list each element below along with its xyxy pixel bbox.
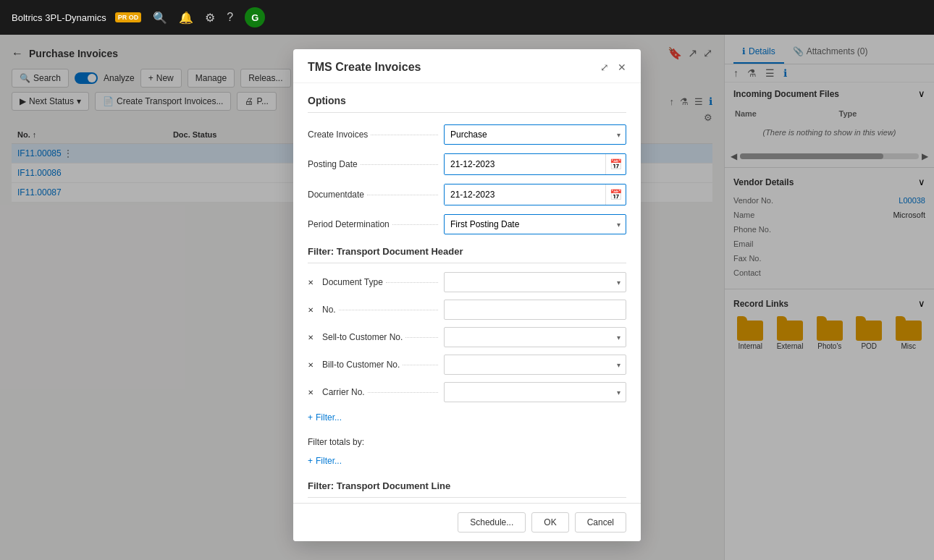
filter-bill-to-wrapper: ▾ [444,355,626,375]
period-det-label: Period Determination [308,219,390,229]
posting-date-wrapper: 📅 [444,153,626,175]
filter-bill-to-select[interactable] [444,355,626,375]
modal-title: TMS Create Invoices [308,61,421,74]
filter-totals-section: Filter totals by: + Filter... [308,437,626,469]
filter-sell-to-wrapper: ▾ [444,327,626,347]
document-date-label: Documentdate [308,190,364,200]
create-invoices-select[interactable]: Purchase Sales [444,124,626,145]
search-nav-icon[interactable]: 🔍 [153,11,167,25]
filter-carrier-row: ✕ Carrier No. ▾ [308,382,626,402]
plus-icon2: + [308,456,313,466]
filter-doc-type-wrapper: ▾ [444,272,626,292]
filter-line-section: Filter: Transport Document Line [308,480,626,498]
filter-carrier-select[interactable] [444,382,626,402]
filter-doc-type-row: ✕ Document Type ▾ [308,272,626,292]
calendar-icon2[interactable]: 📅 [605,184,626,205]
filter-bill-to-label: Bill-to Customer No. [322,360,400,370]
filter-sell-to-select[interactable] [444,327,626,347]
schedule-button[interactable]: Schedule... [458,512,526,533]
add-totals-filter-button[interactable]: + Filter... [308,453,342,469]
modal-header: TMS Create Invoices ⤢ ✕ [293,49,641,83]
posting-date-input[interactable] [445,154,605,174]
cancel-button[interactable]: Cancel [575,512,626,533]
nav-icons: PR OD 🔍 🔔 ⚙ ? G [115,7,265,27]
filter-header-title: Filter: Transport Document Header [308,246,626,263]
posting-date-label: Posting Date [308,159,358,169]
filter-doc-type-label: Document Type [322,277,383,287]
create-invoices-row: Create Invoices Purchase Sales ▾ [308,124,626,145]
settings-icon[interactable]: ⚙ [205,11,215,25]
modal-body: Options Create Invoices Purchase Sales ▾ [293,83,641,503]
ok-button[interactable]: OK [531,512,568,533]
document-date-input[interactable] [445,184,605,205]
document-date-wrapper: 📅 [444,184,626,205]
modal-footer: Schedule... OK Cancel [293,503,641,541]
filter-x-icon5[interactable]: ✕ [308,389,316,396]
document-date-row: Documentdate 📅 [308,184,626,205]
calendar-icon[interactable]: 📅 [605,154,626,174]
avatar[interactable]: G [245,7,265,27]
period-det-select-wrapper: First Posting Date Last Posting Date ▾ [444,214,626,234]
top-nav: Boltrics 3PL-Dynamics PR OD 🔍 🔔 ⚙ ? G [0,0,934,35]
filter-sell-to-label: Sell-to Customer No. [322,332,403,342]
bell-icon[interactable]: 🔔 [179,11,193,25]
filter-no-row: ✕ No. [308,300,626,320]
filter-no-label: No. [322,305,336,315]
filter-x-icon3[interactable]: ✕ [308,334,316,341]
filter-x-icon[interactable]: ✕ [308,279,316,287]
modal-close-button[interactable]: ✕ [618,61,626,73]
modal-expand-button[interactable]: ⤢ [600,61,609,73]
filter-doc-type-select[interactable] [444,272,626,292]
plus-icon: + [308,412,313,423]
help-icon[interactable]: ? [227,11,233,24]
filter-sell-to-row: ✕ Sell-to Customer No. ▾ [308,327,626,347]
period-det-select[interactable]: First Posting Date Last Posting Date [444,214,626,234]
create-invoices-select-wrapper: Purchase Sales ▾ [444,124,626,145]
options-title: Options [308,95,626,113]
pr-badge: PR OD [115,12,142,22]
filter-x-icon4[interactable]: ✕ [308,361,316,369]
filter-bill-to-row: ✕ Bill-to Customer No. ▾ [308,355,626,375]
filter-no-input[interactable] [444,300,626,320]
filter-line-title: Filter: Transport Document Line [308,480,626,498]
modal-header-icons: ⤢ ✕ [600,61,626,73]
modal-overlay: TMS Create Invoices ⤢ ✕ Options Create I… [0,35,934,560]
filter-carrier-wrapper: ▾ [444,382,626,402]
period-det-row: Period Determination First Posting Date … [308,214,626,234]
app-title: Boltrics 3PL-Dynamics [12,12,106,23]
add-filter-button[interactable]: + Filter... [308,410,342,425]
posting-date-row: Posting Date 📅 [308,153,626,175]
filter-totals-label: Filter totals by: [308,437,626,447]
modal-dialog: TMS Create Invoices ⤢ ✕ Options Create I… [293,49,641,541]
create-invoices-label: Create Invoices [308,130,368,140]
filter-carrier-label: Carrier No. [322,387,365,397]
filter-x-icon2[interactable]: ✕ [308,306,316,314]
